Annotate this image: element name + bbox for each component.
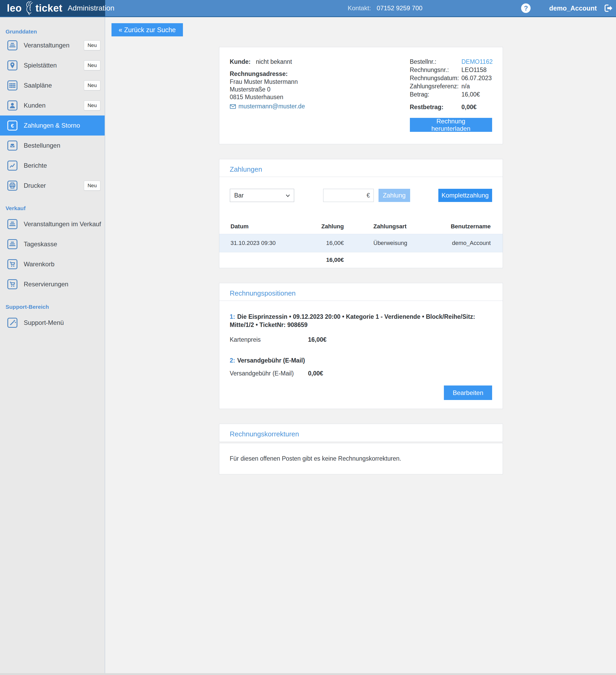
address-line: Musterstraße 0	[230, 86, 305, 93]
sidebar-item-saalplaene[interactable]: SaalpläneNeu	[0, 75, 105, 95]
detail-label: Betrag:	[410, 90, 462, 99]
sidebar-section-label: Grunddaten	[0, 17, 105, 35]
sidebar-item-label: Veranstaltungen	[24, 42, 69, 49]
position-price-value: 16,00€	[308, 335, 327, 344]
detail-value: n/a	[462, 82, 470, 90]
email-address: mustermann@muster.de	[239, 103, 305, 110]
detail-label: Rechnungsnr.:	[410, 66, 462, 74]
email-icon	[230, 104, 236, 109]
events-stack-icon	[7, 40, 18, 51]
sidebar-item-support-menue[interactable]: Support-Menü	[0, 313, 105, 333]
sidebar-item-kunden[interactable]: KundenNeu	[0, 95, 105, 116]
printer-icon	[7, 180, 18, 191]
sidebar-item-zahlungen-storno[interactable]: €Zahlungen & Storno	[0, 116, 105, 136]
bottom-edge	[0, 673, 616, 675]
neu-button[interactable]: Neu	[84, 60, 100, 70]
payments-total-row: 16,00€	[219, 252, 503, 268]
billing-info: Kunde:nicht bekannt Rechnungsadresse: Fr…	[230, 58, 305, 132]
sidebar-item-berichte[interactable]: Berichte	[0, 156, 105, 175]
order-number-link[interactable]: DEMO1162	[462, 58, 493, 66]
logo-leo-text: leo	[7, 3, 22, 14]
payments-table: DatumZahlungZahlungsartBenutzername 31.1…	[219, 223, 503, 268]
corrections-empty-text: Für diesen offenen Posten gibt es keine …	[219, 443, 503, 474]
sidebar-item-drucker[interactable]: DruckerNeu	[0, 175, 105, 196]
customer-icon	[7, 100, 18, 111]
payments-card: Zahlungen Bar € Zahlung Komplettzahlung …	[219, 159, 503, 268]
neu-button[interactable]: Neu	[84, 100, 100, 110]
detail-label: Bestellnr.:	[410, 58, 462, 66]
restbetrag-label: Restbetrag:	[410, 103, 462, 111]
sidebar-item-label: Warenkorb	[24, 260, 54, 268]
position-number: 1:	[230, 313, 235, 320]
kunde-label: Kunde:	[230, 58, 251, 65]
sidebar-section-label: Support-Bereich	[0, 294, 105, 313]
payment-cell: demo_Account	[423, 234, 503, 252]
sidebar-item-label: Spielstätten	[24, 62, 57, 69]
contact-phone: 07152 9259 700	[377, 4, 422, 12]
neu-button[interactable]: Neu	[84, 40, 100, 50]
reports-chart-icon	[7, 160, 18, 171]
logo-ticket-text: ticket	[35, 3, 62, 14]
payments-table-header: Benutzername	[423, 223, 503, 234]
payments-total-value: 16,00€	[296, 252, 344, 268]
zahlung-button[interactable]: Zahlung	[379, 189, 410, 202]
edit-positions-button[interactable]: Bearbeiten	[444, 385, 492, 400]
positions-card-title: Rechnungspositionen	[219, 283, 503, 301]
detail-value: 16,00€	[462, 90, 480, 99]
logout-icon[interactable]	[604, 4, 613, 12]
contact-label: Kontakt:	[348, 4, 371, 12]
sidebar-item-reservierungen[interactable]: Reservierungen	[0, 274, 105, 294]
sidebar-item-label: Veranstaltungen im Verkauf	[24, 220, 101, 228]
sidebar-item-label: Tageskasse	[24, 240, 57, 248]
payment-row: 31.10.2023 09:3016,00€Überweisungdemo_Ac…	[219, 234, 503, 252]
invoice-position-item: 1:Die Eisprinzessin • 09.12.2023 20:00 •…	[230, 313, 492, 344]
sidebar-item-label: Berichte	[24, 162, 47, 169]
lion-logo-icon	[22, 1, 34, 17]
download-invoice-button[interactable]: Rechnung herunterladen	[410, 118, 492, 132]
header-right: Kontakt: 07152 9259 700 ? demo_Account	[105, 0, 616, 16]
events-stack-icon	[7, 239, 18, 249]
address-label: Rechnungsadresse:	[230, 70, 305, 78]
payment-amount-input[interactable]	[323, 192, 367, 199]
kunde-value: nicht bekannt	[256, 58, 292, 65]
sidebar-item-bestellungen[interactable]: Bestellungen	[0, 136, 105, 156]
position-price-value: 0,00€	[308, 369, 323, 378]
payment-amount-field: €	[323, 189, 374, 202]
position-title: Versandgebühr (E-Mail)	[237, 357, 305, 364]
sidebar-item-label: Drucker	[24, 182, 46, 189]
detail-value: LEO1158	[462, 66, 486, 74]
invoice-position-item: 2:Versandgebühr (E-Mail)Versandgebühr (E…	[230, 357, 492, 378]
neu-button[interactable]: Neu	[84, 180, 100, 191]
currency-suffix: €	[367, 192, 374, 199]
restbetrag-value: 0,00€	[462, 103, 477, 111]
position-number: 2:	[230, 357, 235, 364]
chevron-down-icon	[286, 194, 290, 197]
help-icon[interactable]: ?	[521, 3, 531, 13]
email-link[interactable]: mustermann@muster.de	[230, 103, 305, 110]
sidebar-item-veranstaltungen-im-verkauf[interactable]: Veranstaltungen im Verkauf	[0, 214, 105, 234]
neu-button[interactable]: Neu	[84, 80, 100, 90]
logo-block: leo ticket Administration	[0, 0, 105, 16]
back-to-search-button[interactable]: « Zurück zur Suche	[111, 23, 183, 36]
detail-row: Rechnungsdatum:06.07.2023	[410, 74, 492, 82]
sidebar: GrunddatenVeranstaltungenNeuSpielstätten…	[0, 17, 105, 675]
komplettzahlung-button[interactable]: Komplettzahlung	[438, 189, 492, 202]
sidebar-item-label: Kunden	[24, 102, 46, 109]
position-title: Die Eisprinzessin • 09.12.2023 20:00 • K…	[230, 313, 475, 328]
address-line: Frau Muster Mustermann	[230, 78, 305, 86]
sidebar-item-label: Zahlungen & Storno	[24, 122, 80, 129]
contact-info: Kontakt: 07152 9259 700	[348, 0, 422, 16]
payments-table-header: Datum	[219, 223, 296, 234]
orders-inbox-icon	[7, 140, 18, 151]
payment-method-select[interactable]: Bar	[230, 189, 294, 202]
cart-icon	[7, 279, 18, 290]
sidebar-item-veranstaltungen[interactable]: VeranstaltungenNeu	[0, 35, 105, 55]
detail-row: Bestellnr.:DEMO1162	[410, 58, 492, 66]
position-price-label: Kartenpreis	[230, 335, 308, 344]
sidebar-item-tageskasse[interactable]: Tageskasse	[0, 234, 105, 254]
sidebar-item-warenkorb[interactable]: Warenkorb	[0, 254, 105, 274]
payments-table-header: Zahlung	[296, 223, 344, 234]
sidebar-item-spielstaetten[interactable]: SpielstättenNeu	[0, 55, 105, 75]
detail-value: 06.07.2023	[462, 74, 492, 82]
detail-row: Zahlungsreferenz:n/a	[410, 82, 492, 90]
